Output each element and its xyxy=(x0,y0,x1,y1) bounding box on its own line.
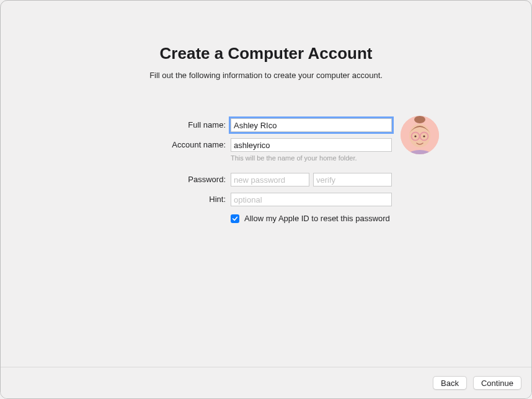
full-name-input[interactable] xyxy=(231,118,392,132)
footer-bar: Back Continue xyxy=(1,367,531,398)
checkmark-icon xyxy=(232,216,238,222)
password-label: Password: xyxy=(140,173,227,186)
hint-input[interactable] xyxy=(231,193,392,206)
memoji-avatar-icon xyxy=(401,116,439,154)
account-name-hint: This will be the name of your home folde… xyxy=(231,154,392,162)
back-button[interactable]: Back xyxy=(433,376,467,390)
account-name-label: Account name: xyxy=(140,138,227,162)
continue-button[interactable]: Continue xyxy=(473,376,521,390)
apple-id-reset-checkbox[interactable] xyxy=(231,214,239,223)
page-title: Create a Computer Account xyxy=(1,44,531,63)
account-avatar[interactable] xyxy=(401,116,439,154)
apple-id-reset-label: Allow my Apple ID to reset this password xyxy=(244,214,390,223)
new-password-input[interactable] xyxy=(231,173,309,186)
verify-password-input[interactable] xyxy=(313,173,392,186)
svg-point-1 xyxy=(414,116,425,123)
svg-point-6 xyxy=(414,135,416,137)
account-name-input[interactable] xyxy=(231,138,392,152)
page-subtitle: Fill out the following information to cr… xyxy=(1,71,531,80)
svg-point-7 xyxy=(423,135,425,137)
full-name-label: Full name: xyxy=(140,118,227,132)
hint-label: Hint: xyxy=(140,193,227,206)
